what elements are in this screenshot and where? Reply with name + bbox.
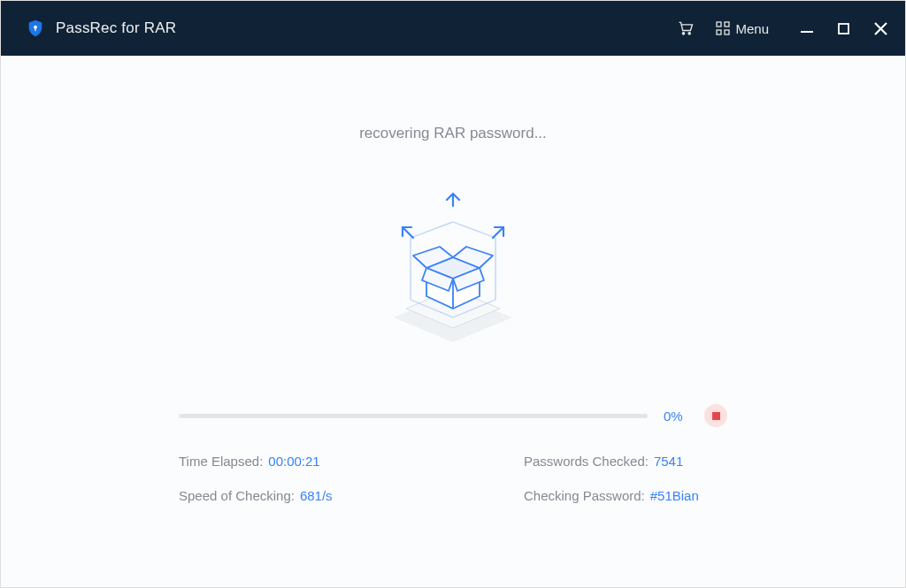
titlebar: PassRec for RAR Menu xyxy=(1,1,905,56)
stop-icon xyxy=(712,412,720,420)
stat-speed: Speed of Checking: 681/s xyxy=(179,488,453,503)
svg-point-2 xyxy=(683,33,685,34)
window-controls xyxy=(801,22,887,35)
status-text: recovering RAR password... xyxy=(359,125,547,142)
svg-point-0 xyxy=(34,26,37,29)
menu-button[interactable]: Menu xyxy=(716,21,769,36)
main-content: recovering RAR password... xyxy=(1,56,905,587)
stat-label: Passwords Checked: xyxy=(524,454,649,469)
cart-button[interactable] xyxy=(677,19,695,37)
svg-rect-6 xyxy=(717,30,721,34)
stop-button[interactable] xyxy=(704,404,727,427)
svg-point-3 xyxy=(688,33,690,34)
app-shield-icon xyxy=(26,19,45,38)
svg-rect-9 xyxy=(839,24,848,34)
stat-value: 00:00:21 xyxy=(268,454,319,469)
stat-value: 681/s xyxy=(300,488,333,503)
stat-checking-password: Checking Password: #51Bian xyxy=(453,488,727,503)
svg-rect-7 xyxy=(725,30,729,34)
stats-grid: Time Elapsed: 00:00:21 Passwords Checked… xyxy=(179,454,727,503)
titlebar-left: PassRec for RAR xyxy=(26,19,176,38)
app-title: PassRec for RAR xyxy=(56,19,176,37)
box-illustration xyxy=(360,187,546,355)
svg-line-18 xyxy=(411,222,453,238)
progress-percent: 0% xyxy=(664,409,688,424)
stat-time-elapsed: Time Elapsed: 00:00:21 xyxy=(179,454,453,469)
stat-value: 7541 xyxy=(654,454,683,469)
stat-passwords-checked: Passwords Checked: 7541 xyxy=(453,454,727,469)
close-button[interactable] xyxy=(874,22,887,35)
svg-rect-8 xyxy=(801,31,813,33)
progress-row: 0% xyxy=(179,404,727,427)
svg-line-19 xyxy=(453,222,495,238)
titlebar-right: Menu xyxy=(677,19,887,37)
stat-label: Speed of Checking: xyxy=(179,488,295,503)
stat-label: Time Elapsed: xyxy=(179,454,263,469)
menu-label: Menu xyxy=(735,21,769,36)
svg-rect-4 xyxy=(717,22,721,27)
stat-label: Checking Password: xyxy=(524,488,645,503)
grid-icon xyxy=(716,21,730,35)
maximize-button[interactable] xyxy=(838,23,849,34)
svg-rect-5 xyxy=(725,22,729,27)
minimize-button[interactable] xyxy=(801,22,813,34)
cart-icon xyxy=(677,19,695,37)
stat-value: #51Bian xyxy=(650,488,699,503)
progress-bar xyxy=(179,414,648,418)
svg-rect-1 xyxy=(35,28,35,31)
